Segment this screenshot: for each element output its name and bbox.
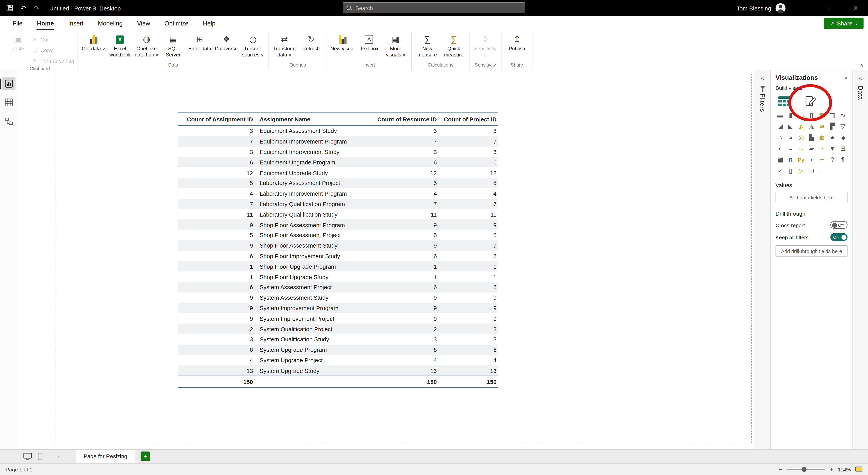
- visual-power-apps[interactable]: ▷: [796, 166, 806, 175]
- visual-key-influencers[interactable]: ◖: [807, 155, 816, 164]
- paste-button[interactable]: ▣ Paste: [5, 32, 30, 52]
- dataverse-button[interactable]: ❖ Dataverse: [214, 32, 239, 52]
- new-visual-button[interactable]: New visual: [330, 32, 355, 52]
- build-visual-tab[interactable]: [777, 94, 792, 109]
- data-pane-label[interactable]: Data: [857, 86, 864, 100]
- visual-line-stacked-column-chart[interactable]: ◭: [796, 122, 806, 131]
- table-row[interactable]: 9 Shop Floor Assessment Program 9 9: [178, 219, 498, 230]
- visual-map[interactable]: ◍: [817, 133, 827, 142]
- table-row[interactable]: 3 Equipment Assessment Study 3 3: [178, 126, 498, 136]
- visual-pie-chart[interactable]: ◕: [786, 133, 795, 142]
- visual-matrix[interactable]: ▦: [775, 155, 785, 164]
- menu-item[interactable]: View: [130, 16, 157, 30]
- visual-q-and-a[interactable]: ?: [828, 155, 837, 164]
- maximize-button[interactable]: □: [818, 0, 843, 16]
- visual-stacked-column-chart[interactable]: ▮: [786, 111, 795, 120]
- visual-kpi[interactable]: ◔: [817, 144, 827, 153]
- zoom-level[interactable]: 114%: [838, 466, 851, 472]
- visual-r-script[interactable]: R: [786, 155, 795, 164]
- table-row[interactable]: 6 System Assessment Project 6 6: [178, 282, 498, 292]
- format-visual-tab[interactable]: [803, 94, 819, 109]
- get-data-button[interactable]: Get data ∨: [81, 32, 106, 52]
- sql-server-button[interactable]: ▤ SQL Server: [160, 32, 186, 58]
- menu-item[interactable]: Insert: [61, 16, 91, 30]
- desktop-layout-icon[interactable]: [23, 453, 32, 460]
- visual-donut-chart[interactable]: ◎: [796, 133, 806, 142]
- visual-get-more[interactable]: ⋯: [817, 166, 827, 175]
- search-input[interactable]: [354, 4, 521, 11]
- table-row[interactable]: 12 Equipment Upgrade Study 12 12: [178, 168, 498, 178]
- filters-pane-label[interactable]: Filters: [759, 94, 766, 112]
- table-row[interactable]: 7 Equipment Improvement Program 7 7: [178, 136, 498, 147]
- visual-azure-map[interactable]: ◐: [775, 144, 785, 153]
- collapse-ribbon-icon[interactable]: ∧: [860, 62, 864, 67]
- table-row[interactable]: 9 Shop Floor Assessment Study 9 9: [178, 240, 498, 251]
- visual-area-chart[interactable]: ◢: [775, 122, 785, 131]
- new-measure-button[interactable]: ∑ New measure: [414, 32, 440, 58]
- table-row[interactable]: 9 System Improvement Program 9 9: [178, 303, 498, 313]
- sensitivity-button[interactable]: ◊ Sensitivity ∨: [473, 32, 498, 58]
- column-header[interactable]: Count of Project ID: [438, 116, 498, 122]
- visual-shape-map[interactable]: ◈: [838, 133, 847, 142]
- visual-ribbon-chart[interactable]: ≋: [817, 122, 827, 131]
- table-row[interactable]: 1 Shop Floor Upgrade Study 1 1: [178, 271, 498, 282]
- table-row[interactable]: 4 System Upgrade Project 4 4: [178, 355, 498, 365]
- refresh-button[interactable]: ↻ Refresh: [298, 32, 324, 52]
- visual-smart-narrative[interactable]: ¶: [838, 155, 847, 164]
- text-box-button[interactable]: A Text box: [356, 32, 382, 52]
- table-row[interactable]: 6 Shop Floor Improvement Study 6 6: [178, 251, 498, 261]
- visual-paginated-report[interactable]: ▯: [786, 166, 795, 175]
- quick-measure-button[interactable]: ∑ Quick measure: [441, 32, 467, 58]
- format-painter-button[interactable]: ✎ Format painter: [32, 56, 74, 65]
- table-row[interactable]: 2 System Qualification Project 2 2: [178, 324, 498, 334]
- cut-button[interactable]: ✂ Cut: [32, 35, 74, 44]
- save-icon[interactable]: [7, 5, 13, 11]
- table-view-button[interactable]: [2, 96, 16, 109]
- menu-item[interactable]: Modeling: [91, 16, 130, 30]
- table-row[interactable]: 3 Equipment Improvement Study 3 3: [178, 147, 498, 157]
- visual-decomposition-tree[interactable]: ⊢: [817, 155, 827, 164]
- table-row[interactable]: 5 Shop Floor Assessment Project 5 5: [178, 230, 498, 240]
- values-field-well[interactable]: Add data fields here: [775, 192, 847, 203]
- table-row[interactable]: 13 System Upgrade Study 13 13: [178, 365, 498, 376]
- zoom-slider-handle[interactable]: [801, 467, 806, 472]
- table-row[interactable]: 5 Laboratory Assessment Project 5 5: [178, 178, 498, 188]
- enter-data-button[interactable]: ⊞ Enter data: [187, 32, 213, 52]
- column-header[interactable]: Assignment Name: [254, 116, 371, 122]
- visual-metrics[interactable]: ✓: [775, 166, 785, 175]
- table-row[interactable]: 9 System Assessment Study 9 9: [178, 292, 498, 303]
- zoom-slider[interactable]: [786, 469, 825, 470]
- table-row[interactable]: 11 Laboratory Qualification Study 11 11: [178, 209, 498, 219]
- keep-all-filters-toggle[interactable]: On: [830, 233, 847, 241]
- excel-workbook-button[interactable]: X Excel workbook: [107, 32, 133, 58]
- visual-100-stacked-bar-chart[interactable]: ▤: [817, 111, 827, 120]
- visual-python[interactable]: Py: [796, 155, 806, 164]
- next-page-icon[interactable]: ›: [56, 452, 60, 460]
- transform-data-button[interactable]: ⇄ Transform data ∨: [272, 32, 297, 58]
- visual-gauge[interactable]: ◒: [786, 144, 795, 153]
- table-row[interactable]: 7 Laboratory Qualification Program 7 7: [178, 199, 498, 209]
- fit-to-page-icon[interactable]: [855, 466, 862, 472]
- report-canvas[interactable]: Count of Assignment ID Assignment Name C…: [18, 70, 754, 449]
- minimize-button[interactable]: –: [793, 0, 818, 16]
- menu-item[interactable]: Help: [196, 16, 222, 30]
- visual-stacked-area-chart[interactable]: ◣: [786, 122, 795, 131]
- copy-button[interactable]: ❏ Copy: [32, 46, 74, 54]
- user-name[interactable]: Tom Blessing: [737, 5, 771, 11]
- recent-sources-button[interactable]: ◷ Recent sources ∨: [240, 32, 266, 58]
- redo-icon[interactable]: ↷: [34, 5, 39, 11]
- visual-line-clustered-column-chart[interactable]: ◮: [807, 122, 816, 131]
- visual-power-automate[interactable]: ⇉: [807, 166, 816, 175]
- visual-waterfall-chart[interactable]: ▛: [828, 122, 837, 131]
- visual-scatter-chart[interactable]: ∴: [775, 133, 785, 142]
- menu-item[interactable]: Home: [30, 16, 61, 30]
- visual-clustered-bar-chart[interactable]: ▭: [796, 111, 806, 120]
- share-button[interactable]: ↗ Share ∨: [824, 18, 864, 29]
- zoom-out-button[interactable]: −: [779, 466, 782, 473]
- visual-funnel-chart[interactable]: ▽: [838, 122, 847, 131]
- visual-slicer[interactable]: ▼: [828, 144, 837, 153]
- table-row[interactable]: 9 System Improvement Project 9 9: [178, 313, 498, 324]
- close-button[interactable]: ×: [843, 0, 868, 16]
- visual-stacked-bar-chart[interactable]: ▬: [775, 111, 785, 120]
- visual-line-chart[interactable]: ∿: [838, 111, 847, 120]
